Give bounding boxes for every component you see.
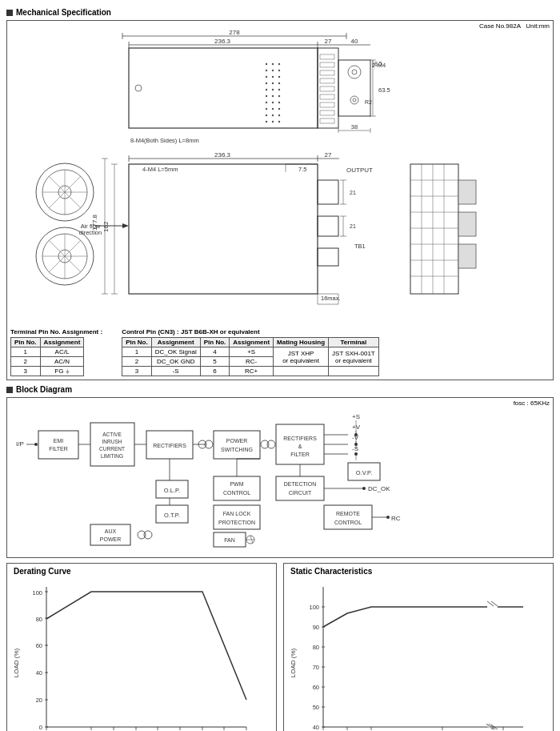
svg-text:O.V.P.: O.V.P. (356, 469, 372, 476)
svg-rect-84 (318, 180, 338, 204)
svg-text:70: 70 (313, 664, 319, 671)
svg-point-51 (266, 82, 267, 84)
svg-point-62 (278, 102, 280, 103)
svg-point-64 (272, 108, 274, 110)
svg-text:38: 38 (351, 123, 358, 131)
mech-spec-title: Mechanical Specification (16, 8, 111, 17)
svg-text:7.5: 7.5 (298, 166, 306, 173)
block-diagram-svg: I/P EMI FILTER ACTIVE INRUSH CURRENT LIM… (12, 403, 548, 551)
fosc-label: fosc : 65KHz (514, 400, 550, 407)
svg-point-68 (278, 114, 280, 116)
svg-text:278: 278 (229, 29, 240, 36)
svg-point-209 (138, 531, 146, 539)
svg-point-162 (261, 440, 269, 448)
static-char-box: Static Characteristics 40 50 60 70 80 90 (283, 563, 554, 731)
svg-point-48 (266, 76, 267, 78)
svg-text:8-M4(Both Sides) L=8mm: 8-M4(Both Sides) L=8mm (130, 137, 199, 144)
svg-rect-14 (320, 54, 334, 59)
svg-text:-V: -V (352, 434, 359, 441)
svg-text:40: 40 (36, 669, 42, 677)
svg-text:20: 20 (36, 697, 42, 704)
svg-rect-109 (410, 164, 458, 294)
svg-text:RC: RC (391, 515, 401, 522)
svg-point-67 (272, 114, 274, 116)
th-assignment: Assignment (40, 338, 84, 347)
static-header: Static Characteristics (287, 567, 550, 576)
svg-text:60: 60 (313, 684, 319, 691)
svg-point-63 (266, 108, 267, 110)
svg-point-49 (272, 76, 274, 78)
svg-text:TB1: TB1 (354, 243, 366, 250)
control-table-title: Control Pin (CN3) : JST B6B-XH or equiva… (122, 328, 379, 335)
svg-rect-120 (458, 180, 476, 204)
svg-point-163 (267, 440, 275, 448)
svg-text:AUX: AUX (105, 528, 117, 534)
svg-point-59 (278, 95, 280, 97)
svg-text:236.3: 236.3 (214, 151, 231, 159)
svg-rect-21 (320, 110, 334, 115)
svg-rect-200 (324, 505, 372, 529)
svg-text:INRUSH: INRUSH (102, 439, 122, 444)
svg-text:O.T.P.: O.T.P. (164, 512, 180, 519)
svg-text:40: 40 (313, 724, 319, 731)
svg-text:100: 100 (309, 604, 319, 611)
svg-text:REMOTE: REMOTE (336, 511, 360, 516)
svg-text:+S: +S (352, 413, 360, 420)
control-table-group: Control Pin (CN3) : JST B6B-XH or equiva… (122, 328, 379, 376)
svg-rect-20 (320, 102, 334, 107)
terminal-table-title: Terminal Pin No. Assignment : (10, 328, 102, 335)
page-root: Mechanical Specification Case No.982A Un… (0, 0, 560, 731)
svg-text:FAN: FAN (224, 537, 235, 543)
svg-text:40: 40 (351, 38, 358, 45)
svg-text:CURRENT: CURRENT (99, 446, 125, 452)
svg-point-26 (350, 96, 358, 104)
mechanical-drawing: 278 236.3 27 40 (10, 24, 538, 320)
svg-text:100: 100 (32, 589, 42, 596)
svg-text:63.5: 63.5 (378, 86, 390, 94)
svg-text:8.5: 8.5 (374, 61, 382, 66)
svg-text:CONTROL: CONTROL (334, 520, 362, 525)
svg-text:80: 80 (313, 644, 319, 651)
svg-point-24 (348, 66, 361, 78)
svg-point-71 (278, 121, 280, 123)
mech-spec-box: Case No.982A Unit:mm 278 236.3 27 40 (6, 20, 554, 380)
svg-point-65 (278, 108, 280, 110)
derating-chart: 0 20 40 60 80 100 LOAD (%) -20 (10, 579, 258, 731)
svg-point-58 (272, 95, 274, 97)
control-table: Pin No. Assignment Pin No. Assignment Ma… (122, 337, 379, 376)
svg-point-210 (144, 531, 152, 539)
svg-text:50: 50 (313, 704, 319, 711)
case-info: Case No.982A Unit:mm (479, 22, 550, 30)
svg-rect-197 (214, 505, 260, 529)
svg-rect-15 (320, 62, 334, 67)
table-row: 1AC/L (11, 347, 84, 357)
svg-rect-206 (90, 524, 130, 545)
svg-text:PROTECTION: PROTECTION (218, 520, 255, 525)
svg-text:16max.: 16max. (321, 295, 341, 302)
svg-text:LOAD (%): LOAD (%) (13, 648, 20, 677)
section-icon (6, 387, 13, 393)
svg-text:+V: +V (352, 424, 361, 431)
derating-header: Derating Curve (10, 567, 273, 576)
svg-point-60 (266, 102, 267, 103)
svg-text:CIRCUIT: CIRCUIT (289, 490, 312, 496)
svg-point-56 (278, 89, 280, 90)
block-diagram-header: Block Diagram (6, 385, 554, 394)
svg-text:162: 162 (102, 221, 110, 232)
svg-point-143 (34, 443, 38, 446)
svg-marker-138 (122, 223, 129, 228)
svg-point-194 (362, 487, 366, 490)
svg-point-42 (266, 63, 267, 65)
svg-point-53 (278, 82, 280, 84)
svg-point-46 (272, 70, 274, 71)
svg-text:90: 90 (313, 624, 319, 631)
svg-point-27 (353, 98, 356, 102)
section-icon (6, 10, 13, 16)
svg-text:0: 0 (39, 724, 42, 731)
terminal-table-group: Terminal Pin No. Assignment : Pin No. As… (10, 328, 102, 376)
svg-point-54 (266, 89, 267, 90)
svg-text:DETECTION: DETECTION (284, 481, 316, 487)
terminal-table: Pin No. Assignment 1AC/L 2AC/N 3FG ⏚ (10, 337, 84, 376)
svg-point-55 (272, 89, 274, 90)
svg-point-47 (278, 70, 280, 71)
